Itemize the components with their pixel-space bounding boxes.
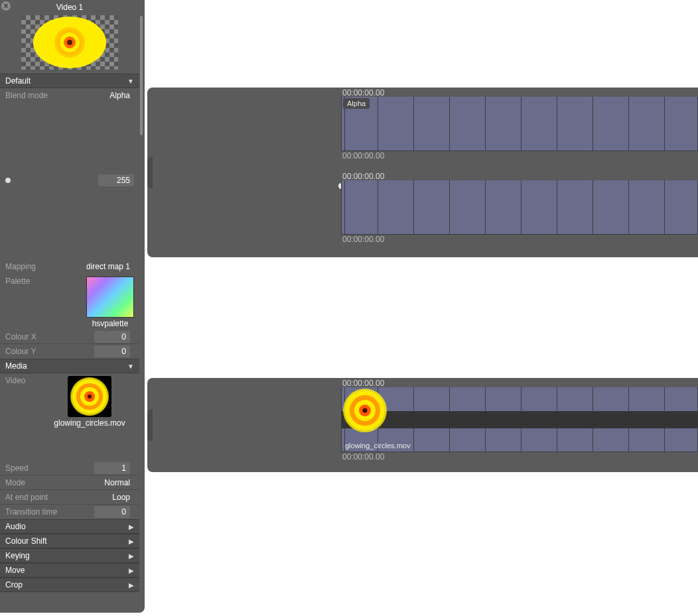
timecode-out: 00:00:00.00 bbox=[342, 235, 384, 244]
prop-label: Mode bbox=[5, 478, 58, 487]
prop-label: Speed bbox=[5, 463, 58, 473]
panel-title-row: Video 1 bbox=[0, 0, 139, 14]
prop-palette[interactable]: Palette hsvpalette bbox=[0, 274, 139, 330]
prop-video[interactable]: Video glowing_circles.mov bbox=[0, 373, 139, 429]
section-label: Default bbox=[5, 76, 31, 86]
prop-label: Palette bbox=[5, 277, 58, 328]
section-keying[interactable]: Keying ▶ bbox=[0, 548, 139, 563]
chevron-right-icon: ▶ bbox=[129, 523, 134, 530]
section-label: Move bbox=[5, 566, 25, 575]
section-label: Media bbox=[5, 361, 27, 371]
section-label: Crop bbox=[5, 580, 23, 589]
close-icon[interactable] bbox=[1, 1, 11, 11]
timeline-track-blend[interactable]: 00:00:00.00 Alpha 00:00:00.00 bbox=[341, 89, 698, 160]
section-crop[interactable]: Crop ▶ bbox=[0, 578, 139, 592]
glowing-circles-icon bbox=[50, 23, 90, 62]
chevron-right-icon: ▶ bbox=[129, 582, 134, 589]
timecode-out: 00:00:00.00 bbox=[342, 151, 384, 160]
panel-title: Video 1 bbox=[56, 3, 83, 12]
timecode-out: 00:00:00.00 bbox=[342, 452, 384, 462]
palette-name: hsvpalette bbox=[86, 318, 134, 328]
timecode-in: 00:00:00.00 bbox=[342, 172, 384, 181]
prop-value[interactable]: Normal bbox=[58, 478, 134, 487]
layer-preview[interactable] bbox=[21, 15, 118, 70]
video-thumbnail[interactable] bbox=[68, 376, 111, 417]
timeline-grid bbox=[342, 97, 697, 151]
chevron-right-icon: ▶ bbox=[129, 552, 134, 560]
timecode-in: 00:00:00.00 bbox=[342, 379, 384, 388]
timeline-grid bbox=[342, 180, 697, 234]
group-collapse-handle[interactable] bbox=[147, 156, 153, 188]
prop-value[interactable]: 1 bbox=[94, 462, 130, 474]
glowing-circles-icon bbox=[343, 389, 387, 432]
prop-value[interactable]: direct map 1 bbox=[58, 262, 134, 271]
timeline-track-video[interactable]: 00:00:00.00 glowing_circles.mov 0 bbox=[341, 379, 698, 462]
prop-label: At end point bbox=[5, 493, 58, 502]
prop-mode[interactable]: Mode Normal bbox=[0, 475, 139, 490]
prop-label: Colour Y bbox=[5, 347, 58, 356]
prop-colour-y[interactable]: Colour Y 0 bbox=[0, 344, 139, 359]
prop-colour-x[interactable]: Colour X 0 bbox=[0, 330, 139, 344]
timeline-group-1: 00:00:00.00 Alpha 00:00:00.00 00:00:00.0… bbox=[147, 88, 698, 257]
prop-label: Transition time bbox=[5, 507, 78, 517]
timeline-area: 00:00:00.00 Alpha 00:00:00.00 00:00:00.0… bbox=[145, 0, 698, 616]
prop-at-end[interactable]: At end point Loop bbox=[0, 490, 139, 505]
group-collapse-handle[interactable] bbox=[147, 409, 153, 441]
timecode-in: 00:00:00.00 bbox=[342, 88, 384, 97]
properties-panel: Video 1 Default ▼ Blend mode Alpha 255 M… bbox=[0, 0, 145, 613]
slider-handle-icon[interactable] bbox=[5, 178, 11, 183]
video-filename: glowing_circles.mov bbox=[54, 417, 125, 428]
clip-band[interactable] bbox=[342, 411, 697, 428]
chevron-right-icon: ▶ bbox=[129, 567, 134, 574]
section-label: Colour Shift bbox=[5, 536, 47, 546]
prop-label: Blend mode bbox=[5, 91, 58, 100]
prop-speed[interactable]: Speed 1 bbox=[0, 461, 139, 475]
palette-swatch[interactable] bbox=[86, 277, 134, 318]
timeline-group-2: 00:00:00.00 glowing_circles.mov 0 bbox=[147, 378, 698, 472]
prop-value[interactable]: Loop bbox=[58, 493, 134, 502]
chevron-down-icon: ▼ bbox=[127, 78, 134, 85]
prop-label: Colour X bbox=[5, 332, 58, 341]
section-colour-shift[interactable]: Colour Shift ▶ bbox=[0, 534, 139, 548]
prop-value[interactable]: 0 bbox=[94, 345, 130, 357]
section-label: Keying bbox=[5, 551, 30, 560]
prop-value[interactable]: 0 bbox=[94, 506, 130, 518]
section-media[interactable]: Media ▼ bbox=[0, 359, 139, 373]
keyframe-chip[interactable]: Alpha bbox=[343, 98, 370, 109]
section-label: Audio bbox=[5, 522, 26, 531]
timeline-track-opacity[interactable]: 00:00:00.00 00:00:00.00 bbox=[341, 172, 698, 244]
prop-blend-mode[interactable]: Blend mode Alpha bbox=[0, 88, 139, 103]
prop-value[interactable]: 0 bbox=[94, 331, 130, 343]
glowing-circles-icon bbox=[70, 377, 109, 416]
prop-label: Video bbox=[5, 376, 45, 428]
section-default[interactable]: Default ▼ bbox=[0, 74, 139, 88]
opacity-slider[interactable]: 255 bbox=[0, 173, 139, 188]
panel-scrollbar[interactable] bbox=[140, 16, 143, 135]
chevron-down-icon: ▼ bbox=[127, 363, 134, 370]
prop-value[interactable]: Alpha bbox=[58, 91, 134, 100]
clip-thumbnail[interactable] bbox=[343, 389, 387, 432]
clip-filename: glowing_circles.mov bbox=[343, 441, 412, 450]
prop-transition-time[interactable]: Transition time 0 bbox=[0, 505, 139, 519]
section-move[interactable]: Move ▶ bbox=[0, 563, 139, 578]
chevron-right-icon: ▶ bbox=[129, 538, 134, 545]
section-audio[interactable]: Audio ▶ bbox=[0, 519, 139, 534]
opacity-value[interactable]: 255 bbox=[98, 174, 134, 186]
prop-label: Mapping bbox=[5, 262, 58, 271]
prop-mapping[interactable]: Mapping direct map 1 bbox=[0, 259, 139, 274]
